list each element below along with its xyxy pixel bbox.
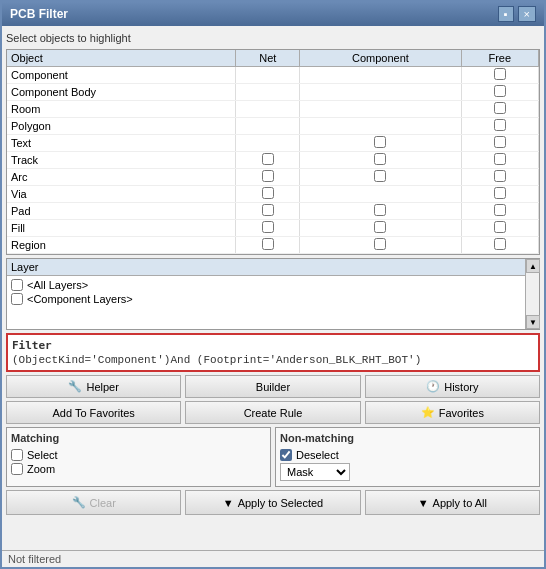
scroll-down-btn[interactable]: ▼ <box>526 315 540 329</box>
matching-select-label: Select <box>27 449 58 461</box>
row-free-checkbox[interactable] <box>494 187 506 199</box>
layer-section: Layer <All Layers> <Component Layers> ▲ … <box>6 258 540 330</box>
scroll-up-btn[interactable]: ▲ <box>526 259 540 273</box>
row-net-checkbox[interactable] <box>262 170 274 182</box>
status-bar: Not filtered <box>2 550 544 567</box>
row-free-cell <box>461 118 538 135</box>
row-component-cell <box>300 135 461 152</box>
matching-select-item: Select <box>11 448 266 462</box>
row-net-checkbox[interactable] <box>262 187 274 199</box>
row-free-cell <box>461 203 538 220</box>
row-free-checkbox[interactable] <box>494 153 506 165</box>
col-header-net: Net <box>236 50 300 67</box>
builder-label: Builder <box>256 381 290 393</box>
row-free-cell <box>461 67 538 84</box>
row-net-cell <box>236 237 300 254</box>
builder-button[interactable]: Builder <box>185 375 360 398</box>
table-row: Component Body <box>7 84 539 101</box>
col-header-free: Free <box>461 50 538 67</box>
non-matching-deselect-label: Deselect <box>296 449 339 461</box>
non-matching-deselect-checkbox[interactable] <box>280 449 292 461</box>
row-label: Region <box>7 237 236 254</box>
layer-header: Layer <box>7 259 539 276</box>
row-net-cell <box>236 101 300 118</box>
row-net-checkbox[interactable] <box>262 221 274 233</box>
table-row: Via <box>7 186 539 203</box>
title-bar-buttons: ▪ × <box>498 6 536 22</box>
row-component-checkbox[interactable] <box>374 170 386 182</box>
buttons-row-1: 🔧 Helper Builder 🕐 History <box>6 375 540 398</box>
row-label: Room <box>7 101 236 118</box>
row-free-checkbox[interactable] <box>494 204 506 216</box>
non-matching-mask-dropdown[interactable]: Mask Dim Normal <box>280 463 350 481</box>
filter-text: (ObjectKind='Component')And (Footprint='… <box>12 354 534 366</box>
add-favorites-label: Add To Favorites <box>52 407 134 419</box>
row-label: Component Body <box>7 84 236 101</box>
row-free-checkbox[interactable] <box>494 119 506 131</box>
row-net-checkbox[interactable] <box>262 238 274 250</box>
row-free-checkbox[interactable] <box>494 102 506 114</box>
row-component-checkbox[interactable] <box>374 204 386 216</box>
row-free-checkbox[interactable] <box>494 170 506 182</box>
apply-to-selected-button[interactable]: ▼ Apply to Selected <box>185 490 360 515</box>
helper-button[interactable]: 🔧 Helper <box>6 375 181 398</box>
row-net-cell <box>236 186 300 203</box>
apply-all-icon: ▼ <box>418 497 429 509</box>
close-button[interactable]: × <box>518 6 536 22</box>
row-net-cell <box>236 118 300 135</box>
matching-select-checkbox[interactable] <box>11 449 23 461</box>
select-objects-label: Select objects to highlight <box>6 30 540 46</box>
clear-button[interactable]: 🔧 Clear <box>6 490 181 515</box>
row-net-cell <box>236 169 300 186</box>
table-row: Pad <box>7 203 539 220</box>
row-component-checkbox[interactable] <box>374 136 386 148</box>
title-bar: PCB Filter ▪ × <box>2 2 544 26</box>
table-row: Component <box>7 67 539 84</box>
favorites-star-icon: ⭐ <box>421 406 435 419</box>
row-net-checkbox[interactable] <box>262 153 274 165</box>
row-free-checkbox[interactable] <box>494 221 506 233</box>
matching-col: Matching Select Zoom <box>6 427 271 487</box>
row-free-cell <box>461 101 538 118</box>
row-component-checkbox[interactable] <box>374 153 386 165</box>
favorites-button[interactable]: ⭐ Favorites <box>365 401 540 424</box>
helper-label: Helper <box>86 381 118 393</box>
row-net-cell <box>236 84 300 101</box>
history-icon: 🕐 <box>426 380 440 393</box>
matching-zoom-item: Zoom <box>11 462 266 476</box>
row-component-checkbox[interactable] <box>374 238 386 250</box>
apply-to-all-label: Apply to All <box>433 497 487 509</box>
row-free-checkbox[interactable] <box>494 136 506 148</box>
pin-button[interactable]: ▪ <box>498 6 514 22</box>
layer-component-checkbox[interactable] <box>11 293 23 305</box>
filter-section: Filter (ObjectKind='Component')And (Foot… <box>6 333 540 372</box>
apply-selected-icon: ▼ <box>223 497 234 509</box>
layer-component-label: <Component Layers> <box>27 293 133 305</box>
row-net-checkbox[interactable] <box>262 204 274 216</box>
pcb-filter-window: PCB Filter ▪ × Select objects to highlig… <box>0 0 546 569</box>
row-component-cell <box>300 237 461 254</box>
row-free-cell <box>461 84 538 101</box>
create-rule-button[interactable]: Create Rule <box>185 401 360 424</box>
apply-to-all-button[interactable]: ▼ Apply to All <box>365 490 540 515</box>
buttons-row-2: Add To Favorites Create Rule ⭐ Favorites <box>6 401 540 424</box>
row-label: Via <box>7 186 236 203</box>
table-row: Track <box>7 152 539 169</box>
history-button[interactable]: 🕐 History <box>365 375 540 398</box>
matching-zoom-checkbox[interactable] <box>11 463 23 475</box>
row-label: Pad <box>7 203 236 220</box>
matching-title: Matching <box>11 432 266 444</box>
row-free-cell <box>461 169 538 186</box>
table-row: Arc <box>7 169 539 186</box>
row-label: Text <box>7 135 236 152</box>
layer-item-all: <All Layers> <box>11 278 535 292</box>
non-matching-deselect-item: Deselect <box>280 448 535 462</box>
add-to-favorites-button[interactable]: Add To Favorites <box>6 401 181 424</box>
row-free-checkbox[interactable] <box>494 85 506 97</box>
row-free-checkbox[interactable] <box>494 238 506 250</box>
row-net-cell <box>236 67 300 84</box>
layer-items[interactable]: <All Layers> <Component Layers> <box>7 276 539 329</box>
layer-all-checkbox[interactable] <box>11 279 23 291</box>
row-component-checkbox[interactable] <box>374 221 386 233</box>
row-free-checkbox[interactable] <box>494 68 506 80</box>
